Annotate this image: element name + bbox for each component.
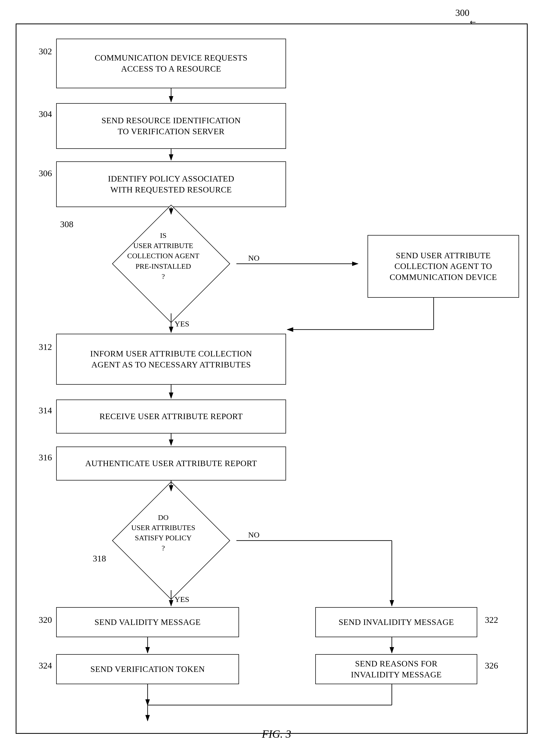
- step-306: IDENTIFY POLICY ASSOCIATEDWITH REQUESTED…: [56, 161, 286, 207]
- label-320: 320: [38, 615, 52, 625]
- step-312: INFORM USER ATTRIBUTE COLLECTIONAGENT AS…: [56, 334, 286, 385]
- step-316: AUTHENTICATE USER ATTRIBUTE REPORT: [56, 446, 286, 481]
- ref-300: 300: [455, 7, 469, 18]
- step-324: SEND VERIFICATION TOKEN: [56, 654, 239, 684]
- step-326: SEND REASONS FORINVALIDITY MESSAGE: [315, 654, 477, 684]
- label-326: 326: [485, 661, 498, 671]
- step-308-container: ISUSER ATTRIBUTECOLLECTION AGENTPRE-INST…: [56, 214, 286, 313]
- step-320: SEND VALIDITY MESSAGE: [56, 607, 239, 637]
- step-314: RECEIVE USER ATTRIBUTE REPORT: [56, 400, 286, 433]
- label-312: 312: [38, 342, 52, 352]
- label-304: 304: [38, 109, 52, 119]
- label-316: 316: [38, 452, 52, 463]
- label-322: 322: [485, 615, 498, 625]
- fig-label: FIG. 3: [262, 728, 291, 740]
- label-324: 324: [38, 661, 52, 671]
- step-310: SEND USER ATTRIBUTECOLLECTION AGENT TOCO…: [368, 235, 519, 298]
- step-318-text: DOUSER ATTRIBUTESSATISFY POLICY?: [122, 491, 205, 575]
- step-308-text: ISUSER ATTRIBUTECOLLECTION AGENTPRE-INST…: [122, 214, 205, 298]
- step-322: SEND INVALIDITY MESSAGE: [315, 607, 477, 637]
- step-302: COMMUNICATION DEVICE REQUESTSACCESS TO A…: [56, 38, 286, 88]
- step-304: SEND RESOURCE IDENTIFICATIONTO VERIFICAT…: [56, 103, 286, 149]
- label-302: 302: [38, 47, 52, 57]
- diagram-container: 300 ↙ 302 COMMUNICATION DEVICE REQUESTSA…: [0, 0, 553, 756]
- label-306: 306: [38, 168, 52, 178]
- step-318-container: DOUSER ATTRIBUTESSATISFY POLICY?: [56, 491, 286, 590]
- label-314: 314: [38, 406, 52, 415]
